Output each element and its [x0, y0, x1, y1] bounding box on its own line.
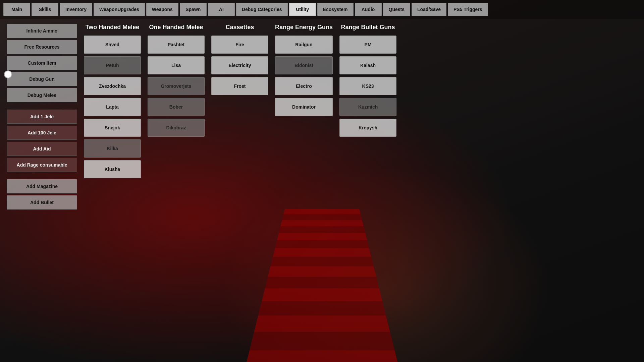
- column-two-handed-melee: Two Handed MeleeShvedPetuhZvezdochkaLapt…: [84, 24, 141, 209]
- item-btn-fire[interactable]: Fire: [211, 36, 268, 54]
- nav-btn-inventory[interactable]: Inventory: [60, 3, 92, 16]
- columns-area: Two Handed MeleeShvedPetuhZvezdochkaLapt…: [77, 24, 637, 209]
- item-btn-lapta[interactable]: Lapta: [84, 98, 141, 116]
- column-title-0: Two Handed Melee: [84, 24, 141, 31]
- item-btn-zvezdochka[interactable]: Zvezdochka: [84, 77, 141, 95]
- nav-btn-skills[interactable]: Skills: [32, 3, 58, 16]
- item-btn-gromoverjets[interactable]: Gromoverjets: [148, 77, 205, 95]
- sidebar-btn-add-bullet[interactable]: Add Bullet: [7, 195, 77, 209]
- item-btn-railgun[interactable]: Railgun: [275, 36, 333, 54]
- item-btn-petuh[interactable]: Petuh: [84, 56, 141, 74]
- nav-btn-debug-categories[interactable]: Debug Categories: [236, 3, 288, 16]
- item-btn-klusha[interactable]: Klusha: [84, 160, 141, 178]
- nav-btn-main[interactable]: Main: [3, 3, 30, 16]
- column-title-1: One Handed Melee: [148, 24, 205, 31]
- nav-btn-load-save[interactable]: Load/Save: [412, 3, 446, 16]
- sidebar-spacer: [7, 104, 77, 108]
- item-btn-dominator[interactable]: Dominator: [275, 98, 333, 116]
- main-content: Infinite AmmoFree ResourcesCustom ItemDe…: [0, 20, 644, 213]
- left-sidebar: Infinite AmmoFree ResourcesCustom ItemDe…: [7, 24, 77, 209]
- item-btn-ks23[interactable]: KS23: [339, 77, 396, 95]
- nav-btn-spawn[interactable]: Spawn: [180, 3, 207, 16]
- item-btn-pashtet[interactable]: Pashtet: [148, 36, 205, 54]
- nav-btn-weaponupgrades[interactable]: WeaponUpgrades: [94, 3, 145, 16]
- column-range-energy-guns: Range Energy GunsRailgunBidonistElectroD…: [275, 24, 333, 209]
- nav-btn-quests[interactable]: Quests: [383, 3, 410, 16]
- item-btn-bidonist[interactable]: Bidonist: [275, 56, 333, 74]
- item-btn-frost[interactable]: Frost: [211, 77, 268, 95]
- item-btn-kilka[interactable]: Kilka: [84, 139, 141, 158]
- sidebar-btn-debug-gun[interactable]: Debug Gun: [7, 72, 77, 86]
- item-btn-dikobraz[interactable]: Dikobraz: [148, 119, 205, 137]
- nav-btn-ecosystem[interactable]: Ecosystem: [317, 3, 354, 16]
- nav-btn-audio[interactable]: Audio: [355, 3, 382, 16]
- nav-btn-utility[interactable]: Utility: [289, 3, 316, 16]
- top-navigation: MainSkillsInventoryWeaponUpgradesWeapons…: [0, 0, 644, 19]
- item-btn-kalash[interactable]: Kalash: [339, 56, 396, 74]
- item-btn-lisa[interactable]: Lisa: [148, 56, 205, 74]
- nav-btn-weapons[interactable]: Weapons: [146, 3, 178, 16]
- column-title-2: Cassettes: [211, 24, 268, 31]
- nav-btn-ai[interactable]: AI: [208, 3, 235, 16]
- column-title-3: Range Energy Guns: [275, 24, 333, 31]
- item-btn-electro[interactable]: Electro: [275, 77, 333, 95]
- item-btn-krepysh[interactable]: Krepysh: [339, 119, 396, 137]
- sidebar-btn-add-100-jele[interactable]: Add 100 Jele: [7, 126, 77, 140]
- nav-btn-ps5-triggers[interactable]: PS5 Triggers: [448, 3, 488, 16]
- sidebar-btn-add-rage-consumable[interactable]: Add Rage consumable: [7, 158, 77, 172]
- sidebar-btn-add-aid[interactable]: Add Aid: [7, 142, 77, 156]
- item-btn-shved[interactable]: Shved: [84, 36, 141, 54]
- sidebar-btn-free-resources[interactable]: Free Resources: [7, 40, 77, 54]
- sidebar-btn-add-magazine[interactable]: Add Magazine: [7, 179, 77, 193]
- column-range-bullet-guns: Range Bullet GunsPMKalashKS23KuzmichKrep…: [339, 24, 396, 209]
- column-title-4: Range Bullet Guns: [339, 24, 396, 31]
- column-one-handed-melee: One Handed MeleePashtetLisaGromoverjetsB…: [148, 24, 205, 209]
- sidebar-btn-add-1-jele[interactable]: Add 1 Jele: [7, 110, 77, 124]
- item-btn-pm[interactable]: PM: [339, 36, 396, 54]
- item-btn-kuzmich[interactable]: Kuzmich: [339, 98, 396, 116]
- item-btn-bober[interactable]: Bober: [148, 98, 205, 116]
- item-btn-snejok[interactable]: Snejok: [84, 119, 141, 137]
- column-cassettes: CassettesFireElectricityFrost: [211, 24, 268, 209]
- sidebar-spacer: [7, 174, 77, 177]
- sidebar-btn-debug-melee[interactable]: Debug Melee: [7, 88, 77, 102]
- circle-indicator: [4, 70, 12, 78]
- item-btn-electricity[interactable]: Electricity: [211, 56, 268, 74]
- sidebar-btn-infinite-ammo[interactable]: Infinite Ammo: [7, 24, 77, 38]
- sidebar-btn-custom-item[interactable]: Custom Item: [7, 56, 77, 70]
